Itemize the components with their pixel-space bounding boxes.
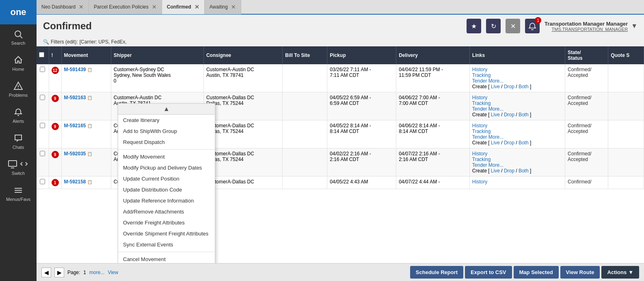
row1-pickup: 03/26/22 7:11 AM -7:11 AM CDT	[327, 64, 396, 92]
tab-confirmed-close[interactable]: ✕	[194, 4, 199, 10]
row1-tender-link[interactable]: Tender	[472, 78, 487, 84]
row4-more-link[interactable]: More...	[488, 162, 504, 168]
row2-live-link[interactable]: Live	[491, 112, 500, 118]
menu-item-sync-external[interactable]: Sync External Events	[118, 239, 215, 250]
row2-doc-icon: 📋	[87, 96, 92, 100]
row2-checkbox[interactable]	[40, 95, 45, 100]
row3-more-link[interactable]: More...	[488, 134, 504, 140]
col-billto: Bill To Site	[283, 46, 327, 64]
tab-parcel-label: Parcel Execution Policies	[94, 4, 149, 10]
row1-tracking-link[interactable]: Tracking	[472, 72, 491, 78]
row1-history-link[interactable]: History	[472, 67, 487, 72]
row4-tracking-link[interactable]: Tracking	[472, 157, 491, 162]
tab-awaiting-close[interactable]: ✕	[231, 4, 236, 10]
sidebar-item-alerts[interactable]: Alerts	[0, 102, 37, 129]
row4-both-link[interactable]: Both	[519, 168, 529, 174]
row2-movement-id[interactable]: M-592163	[64, 95, 86, 100]
menu-item-override-freight[interactable]: Override Freight Attributes	[118, 217, 215, 228]
row5-checkbox[interactable]	[40, 179, 45, 184]
row3-live-link[interactable]: Live	[491, 140, 500, 146]
user-role: TMS.TRANSPORTATION_MANAGER	[545, 27, 628, 32]
sidebar-item-home[interactable]: Home	[0, 50, 37, 76]
row1-drop-link[interactable]: Drop	[504, 84, 514, 89]
row3-history-link[interactable]: History	[472, 123, 487, 129]
row3-both-link[interactable]: Both	[519, 140, 529, 146]
row4-checkbox[interactable]	[40, 151, 45, 156]
sidebar-item-menus[interactable]: Menus/Favs	[0, 181, 37, 207]
select-all-checkbox[interactable]	[39, 52, 44, 57]
tab-parcel[interactable]: Parcel Execution Policies ✕	[89, 0, 162, 14]
page-prev-button[interactable]: ◀	[41, 268, 51, 277]
row2-tender-link[interactable]: Tender	[472, 106, 487, 112]
row3-delivery: 04/06/22 8:14 AM -8:14 AM CDT	[396, 120, 470, 148]
app-logo[interactable]: one	[0, 0, 37, 24]
map-selected-button[interactable]: Map Selected	[514, 266, 559, 279]
row5-status: Confirmed/	[565, 176, 608, 189]
row1-more-link[interactable]: More...	[488, 78, 504, 84]
tab-awaiting[interactable]: Awaiting ✕	[205, 0, 241, 14]
row3-checkbox[interactable]	[40, 123, 45, 128]
sidebar-item-problems[interactable]: Problems	[0, 76, 37, 102]
menu-item-create-itinerary[interactable]: Create Itinerary	[118, 115, 215, 126]
sidebar-label-menus: Menus/Favs	[6, 197, 30, 202]
sidebar-item-switch[interactable]: Switch	[0, 155, 37, 181]
tab-parcel-close[interactable]: ✕	[152, 4, 157, 10]
star-button[interactable]: ★	[467, 19, 481, 33]
close-page-button[interactable]: ✕	[506, 19, 520, 33]
row3-drop-link[interactable]: Drop	[504, 140, 514, 146]
row2-more-link[interactable]: More...	[488, 106, 504, 112]
page-next-button[interactable]: ▶	[54, 268, 64, 277]
sidebar-item-search[interactable]: Search	[0, 24, 37, 50]
view-route-button[interactable]: View Route	[560, 266, 600, 279]
row5-movement-id[interactable]: M-592158	[64, 179, 86, 185]
export-csv-button[interactable]: Export to CSV	[465, 266, 512, 279]
menu-item-update-position[interactable]: Update Current Position	[118, 173, 215, 184]
menu-item-add-shipwith[interactable]: Add to ShipWith Group	[118, 126, 215, 137]
row4-live-link[interactable]: Live	[491, 168, 500, 174]
menu-item-modify-pickup[interactable]: Modify Pickup and Delivery Dates	[118, 162, 215, 173]
menu-item-modify-movement[interactable]: Modify Movement	[118, 151, 215, 162]
row2-both-link[interactable]: Both	[519, 112, 529, 118]
actions-button[interactable]: Actions ▼	[601, 266, 639, 279]
schedule-report-button[interactable]: Schedule Report	[410, 266, 463, 279]
row1-movement-id[interactable]: M-591439	[64, 67, 86, 72]
menu-item-request-dispatch[interactable]: Request Dispatch	[118, 137, 215, 148]
row3-tender-link[interactable]: Tender	[472, 134, 487, 140]
row2-tracking-link[interactable]: Tracking	[472, 100, 491, 106]
menu-item-add-remove-attachments[interactable]: Add/Remove Attachments	[118, 206, 215, 217]
page-view-link[interactable]: View	[108, 270, 118, 275]
menu-item-cancel-movement[interactable]: Cancel Movement	[118, 254, 215, 263]
menu-item-update-distribution[interactable]: Update Distribution Code	[118, 184, 215, 195]
sidebar-item-chats[interactable]: Chats	[0, 129, 37, 155]
refresh-button[interactable]: ↻	[486, 19, 501, 33]
notification-button[interactable]: 1	[525, 19, 540, 33]
tab-neo[interactable]: Neo Dashboard ✕	[37, 0, 89, 14]
menu-item-override-shipment[interactable]: Override Shipment Freight Attributes	[118, 228, 215, 239]
row4-movement-id[interactable]: M-592035	[64, 151, 86, 157]
menu-item-update-reference[interactable]: Update Reference Information	[118, 195, 215, 206]
row3-alert-container: 9	[52, 123, 59, 130]
row4-history-link[interactable]: History	[472, 151, 487, 157]
row3-tracking-link[interactable]: Tracking	[472, 129, 491, 134]
row3-movement-id[interactable]: M-592165	[64, 123, 86, 129]
row1-live-link[interactable]: Live	[491, 84, 500, 89]
row2-history-link[interactable]: History	[472, 95, 487, 100]
tab-confirmed[interactable]: Confirmed ✕	[162, 0, 205, 14]
row5-quote	[608, 176, 644, 189]
context-menu: ▲ Create Itinerary Add to ShipWith Group…	[118, 103, 215, 263]
user-section[interactable]: Transportation Manager Manager TMS.TRANS…	[545, 21, 638, 32]
row2-drop-link[interactable]: Drop	[504, 112, 514, 118]
row1-checkbox[interactable]	[40, 67, 45, 72]
tab-neo-close[interactable]: ✕	[79, 4, 84, 10]
col-movement: Movement	[61, 46, 111, 64]
row5-alert-cell: 1	[49, 176, 61, 189]
row1-doc-icon: 📋	[87, 68, 92, 72]
page-more-link[interactable]: more...	[89, 270, 104, 275]
tab-confirmed-label: Confirmed	[167, 4, 191, 10]
row1-both-link[interactable]: Both	[519, 84, 529, 89]
col-shipper: Shipper	[111, 46, 203, 64]
row4-drop-link[interactable]: Drop	[504, 168, 514, 174]
chat-icon	[13, 133, 23, 143]
row4-tender-link[interactable]: Tender	[472, 162, 487, 168]
row5-history-link[interactable]: History	[472, 179, 487, 185]
